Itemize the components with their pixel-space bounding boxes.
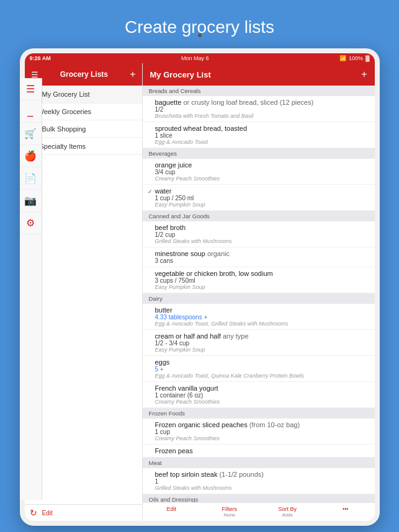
- main-edit-button[interactable]: Edit: [156, 506, 187, 518]
- checkmark-icon: ✓: [148, 188, 153, 195]
- item-water[interactable]: ✓ water 1 cup / 250 ml Easy Pumpkin Soup: [143, 185, 375, 211]
- list-item-label: My Grocery List: [42, 91, 90, 98]
- item-sirloin[interactable]: beef top sirloin steak (1-1/2 pounds) 1 …: [143, 468, 375, 494]
- battery-text: 100%: [349, 55, 363, 61]
- item-beef-broth[interactable]: beef broth 1/2 cup Grilled Steaks with M…: [143, 221, 375, 247]
- icon-cart: 🛒: [25, 123, 42, 145]
- wifi-icon: 📶: [339, 55, 346, 61]
- more-button[interactable]: •••: [330, 506, 361, 518]
- list-item-label: Specialty Items: [40, 143, 86, 150]
- sidebar-edit-button[interactable]: Edit: [42, 510, 53, 516]
- list-item-label: Bulk Shopping: [42, 125, 86, 133]
- category-breads: Breads and Cereals: [143, 86, 375, 96]
- status-bar: 9:26 AM Mon May 6 📶 100% ▓: [25, 53, 375, 63]
- sidebar-list-item-weekly[interactable]: ⎯ Weekly Groceries: [25, 104, 142, 120]
- item-minestrone[interactable]: minestrone soup organic 3 cans: [143, 247, 375, 267]
- main-panel: My Grocery List + Breads and Cereals bag…: [143, 63, 375, 521]
- main-header-title: My Grocery List: [150, 70, 211, 79]
- category-beverages: Beverages: [143, 148, 375, 159]
- item-oj[interactable]: orange juice 3/4 cup Creamy Peach Smooth…: [143, 159, 375, 185]
- icon-gear: ⚙: [25, 212, 42, 234]
- sidebar: ☰ Grocery Lists + My Grocery List ⎯ Week…: [25, 63, 143, 521]
- icon-phone: 📷: [25, 190, 42, 212]
- item-butter[interactable]: butter 4.33 tablespoons + Egg & Avocado …: [143, 304, 375, 330]
- sidebar-icons-strip: ☰ ⎯ 🛒 🍎 📄 📷 ⚙: [25, 78, 42, 500]
- list-item-label: Weekly Groceries: [38, 108, 92, 115]
- battery-icon: ▓: [365, 55, 370, 61]
- sidebar-list-area: My Grocery List ⎯ Weekly Groceries 🛒 Bul…: [25, 86, 142, 504]
- icon-list: ☰: [25, 78, 42, 100]
- item-wheat-bread[interactable]: sprouted wheat bread, toasted 1 slice Eg…: [143, 122, 375, 148]
- category-frozen: Frozen Foods: [143, 408, 375, 419]
- status-right: 📶 100% ▓: [339, 55, 370, 61]
- category-meat: Meat: [143, 458, 375, 468]
- main-add-button[interactable]: +: [361, 69, 367, 80]
- status-date: Mon May 6: [181, 55, 209, 61]
- sidebar-bottom-bar: ↻ Edit: [25, 504, 142, 521]
- sidebar-header: ☰ Grocery Lists +: [25, 63, 142, 86]
- refresh-icon[interactable]: ↻: [30, 508, 37, 518]
- item-veg-broth[interactable]: vegetable or chicken broth, low sodium 3…: [143, 267, 375, 293]
- filters-button[interactable]: Filters None: [214, 506, 245, 518]
- sidebar-title: Grocery Lists: [60, 70, 108, 79]
- main-header: My Grocery List +: [143, 63, 375, 86]
- category-dairy: Dairy: [143, 293, 375, 304]
- category-canned: Canned and Jar Goods: [143, 211, 375, 221]
- icon-apple: 🍎: [25, 145, 42, 167]
- item-baguette[interactable]: baguette or crusty long loaf bread, slic…: [143, 96, 375, 122]
- item-frozen-peaches[interactable]: Frozen organic sliced peaches (from 10-o…: [143, 419, 375, 445]
- device-screen: 9:26 AM Mon May 6 📶 100% ▓ ☰ Grocery Lis…: [25, 53, 375, 521]
- device-frame: 9:26 AM Mon May 6 📶 100% ▓ ☰ Grocery Lis…: [20, 48, 380, 526]
- category-oils: Oils and Dressings: [143, 494, 375, 502]
- sidebar-add-button[interactable]: +: [130, 69, 135, 80]
- icon-no: ⎯: [25, 100, 42, 123]
- item-frozen-peas[interactable]: Frozen peas: [143, 445, 375, 458]
- status-time: 9:26 AM: [30, 55, 51, 61]
- sidebar-list-item-bulk[interactable]: 🛒 Bulk Shopping: [25, 120, 142, 138]
- sidebar-list-item-specialty[interactable]: ★ Specialty Items: [25, 138, 142, 155]
- sort-button[interactable]: Sort By Aisle: [272, 506, 303, 518]
- item-yogurt[interactable]: French vanilla yogurt 1 container (6 oz)…: [143, 382, 375, 408]
- item-eggs[interactable]: eggs 5 + Egg & Avocado Toast, Quinoa Kal…: [143, 356, 375, 382]
- item-cream[interactable]: cream or half and half any type 1/2 - 3/…: [143, 330, 375, 356]
- app-content: ☰ Grocery Lists + My Grocery List ⎯ Week…: [25, 63, 375, 521]
- camera-dot: [198, 33, 202, 37]
- sidebar-list-item-my-grocery[interactable]: My Grocery List: [25, 86, 142, 104]
- grocery-list: Breads and Cereals baguette or crusty lo…: [143, 86, 375, 502]
- main-bottom-bar: Edit Filters None Sort By Aisle •••: [143, 502, 375, 521]
- icon-doc: 📄: [25, 167, 42, 190]
